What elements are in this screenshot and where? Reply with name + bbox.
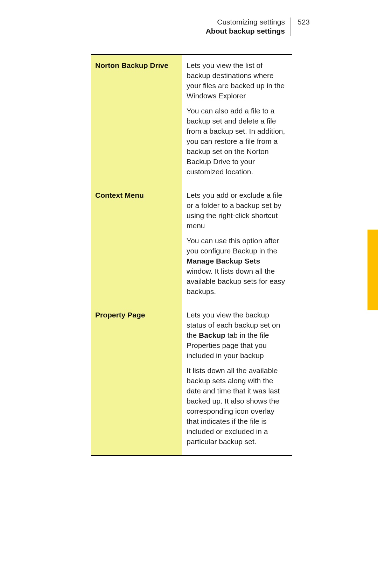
section-title: About backup settings [206,27,291,36]
document-page: Customizing settings About backup settin… [0,0,378,588]
body-text: It lists down all the available backup s… [187,366,280,446]
settings-table-body: Norton Backup DriveLets you view the lis… [91,55,292,456]
body-text: Lets you add or exclude a file or a fold… [187,191,282,230]
breadcrumb-text: Customizing settings [217,18,291,27]
description-paragraph: You can use this option after you config… [187,236,288,296]
description-paragraph: Lets you view the backup status of each … [187,310,288,360]
description-paragraph: You can also add a file to a backup set … [187,106,288,177]
row-label: Norton Backup Drive [91,55,182,186]
body-text: You can use this option after you config… [187,237,279,255]
section-edge-tab [368,230,378,310]
row-label: Context Menu [91,185,182,305]
row-description: Lets you add or exclude a file or a fold… [182,185,292,305]
page-number: 523 [298,18,310,27]
bold-text: Backup [199,331,225,339]
header-row-section: About backup settings [0,27,378,36]
table-row: Property PageLets you view the backup st… [91,305,292,455]
settings-table: Norton Backup DriveLets you view the lis… [91,54,292,456]
description-paragraph: Lets you add or exclude a file or a fold… [187,190,288,231]
body-text: You can also add a file to a backup set … [187,107,285,176]
bold-text: Manage Backup Sets [187,257,260,265]
table-row: Norton Backup DriveLets you view the lis… [91,55,292,186]
header-row-breadcrumb: Customizing settings [0,18,378,27]
row-description: Lets you view the backup status of each … [182,305,292,455]
body-text: window. It lists down all the available … [187,267,285,295]
row-description: Lets you view the list of backup destina… [182,55,292,186]
page-header: Customizing settings About backup settin… [0,18,378,36]
row-label: Property Page [91,305,182,455]
table-row: Context MenuLets you add or exclude a fi… [91,185,292,305]
body-text: Lets you view the list of backup destina… [187,61,285,100]
description-paragraph: Lets you view the list of backup destina… [187,60,288,101]
description-paragraph: It lists down all the available backup s… [187,365,288,447]
